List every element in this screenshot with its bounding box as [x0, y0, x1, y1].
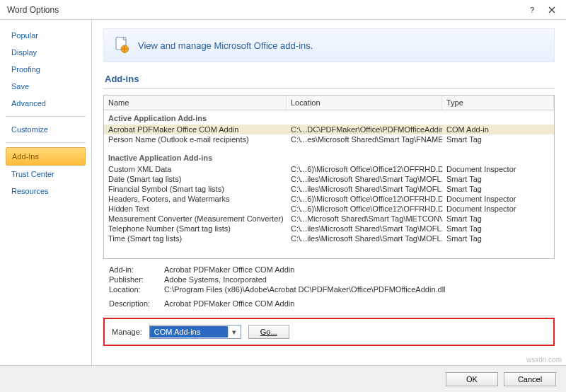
spacer [104, 144, 554, 151]
sidebar-item-addins[interactable]: Add-Ins [6, 147, 86, 166]
main-panel: View and manage Microsoft Office add-ins… [92, 20, 566, 365]
cell-name: Person Name (Outlook e-mail recipients) [104, 135, 287, 144]
sidebar-separator [6, 116, 86, 117]
detail-label-location: Location: [109, 285, 164, 294]
sidebar-item-trust-center[interactable]: Trust Center [6, 166, 86, 183]
addins-table: Name Location Type Active Application Ad… [103, 95, 555, 259]
table-row[interactable]: Person Name (Outlook e-mail recipients) … [104, 134, 554, 144]
sidebar-separator [6, 142, 86, 143]
detail-description: Acrobat PDFMaker Office COM Addin [164, 299, 294, 308]
watermark: wsxdn.com [526, 356, 562, 364]
detail-label-addin: Add-in: [109, 265, 164, 274]
table-row[interactable]: Headers, Footers, and WatermarksC:\...6)… [104, 194, 554, 204]
divider [103, 316, 555, 316]
detail-publisher: Adobe Systems, Incorporated [164, 275, 267, 284]
manage-bar: Manage: COM Add-ins ▾ Go... [103, 318, 555, 346]
table-body: Active Application Add-ins Acrobat PDFMa… [104, 110, 554, 245]
table-row[interactable]: Time (Smart tag lists)C:\...iles\Microso… [104, 234, 554, 243]
addin-details: Add-in:Acrobat PDFMaker Office COM Addin… [103, 259, 555, 316]
sidebar-item-popular[interactable]: Popular [6, 27, 86, 44]
group-inactive: Inactive Application Add-ins [104, 151, 554, 164]
sidebar-item-proofing[interactable]: Proofing [6, 61, 86, 78]
table-header: Name Location Type [104, 96, 554, 110]
detail-addin: Acrobat PDFMaker Office COM Addin [164, 265, 294, 274]
divider [103, 88, 555, 89]
addins-icon [111, 35, 131, 55]
cell-type: COM Add-in [442, 125, 554, 134]
dialog-footer: OK Cancel [0, 365, 566, 392]
cell-location: C:\...DC\PDFMaker\Office\PDFMOfficeAddin… [287, 125, 442, 134]
manage-combo[interactable]: COM Add-ins ▾ [149, 325, 241, 339]
table-row[interactable]: Financial Symbol (Smart tag lists)C:\...… [104, 184, 554, 194]
go-button[interactable]: Go... [248, 325, 289, 339]
column-type[interactable]: Type [442, 96, 554, 110]
cancel-button[interactable]: Cancel [504, 372, 556, 386]
sidebar-item-advanced[interactable]: Advanced [6, 95, 86, 112]
manage-label: Manage: [112, 328, 142, 336]
close-button[interactable] [542, 3, 562, 17]
ok-button[interactable]: OK [446, 372, 498, 386]
category-sidebar: Popular Display Proofing Save Advanced C… [0, 20, 92, 365]
table-row[interactable]: Custom XML DataC:\...6)\Microsoft Office… [104, 164, 554, 174]
cell-type: Smart Tag [442, 135, 554, 144]
sidebar-item-customize[interactable]: Customize [6, 121, 86, 138]
close-icon [548, 6, 555, 13]
table-row[interactable]: Date (Smart tag lists)C:\...iles\Microso… [104, 174, 554, 184]
sidebar-item-display[interactable]: Display [6, 44, 86, 61]
manage-selected: COM Add-ins [150, 326, 228, 338]
cell-location: C:\...es\Microsoft Shared\Smart Tag\FNAM… [287, 135, 442, 144]
column-location[interactable]: Location [287, 96, 442, 110]
column-name[interactable]: Name [104, 96, 287, 110]
sidebar-item-save[interactable]: Save [6, 78, 86, 95]
banner-text: View and manage Microsoft Office add-ins… [138, 40, 313, 51]
group-active: Active Application Add-ins [104, 112, 554, 125]
window-title: Word Options [7, 5, 522, 15]
banner: View and manage Microsoft Office add-ins… [103, 28, 555, 62]
table-row[interactable]: Telephone Number (Smart tag lists)C:\...… [104, 224, 554, 234]
detail-label-publisher: Publisher: [109, 275, 164, 284]
title-bar: Word Options ? [0, 0, 566, 20]
table-row[interactable]: Acrobat PDFMaker Office COM Addin C:\...… [104, 125, 554, 134]
section-title: Add-ins [105, 74, 555, 84]
table-row[interactable]: Hidden TextC:\...6)\Microsoft Office\Off… [104, 204, 554, 214]
detail-location: C:\Program Files (x86)\Adobe\Acrobat DC\… [164, 285, 446, 294]
detail-label-description: Description: [109, 299, 164, 308]
sidebar-item-resources[interactable]: Resources [6, 183, 86, 200]
help-button[interactable]: ? [522, 3, 542, 17]
cell-name: Acrobat PDFMaker Office COM Addin [104, 125, 287, 134]
chevron-down-icon: ▾ [228, 328, 241, 337]
table-row[interactable]: Measurement Converter (Measurement Conve… [104, 214, 554, 224]
